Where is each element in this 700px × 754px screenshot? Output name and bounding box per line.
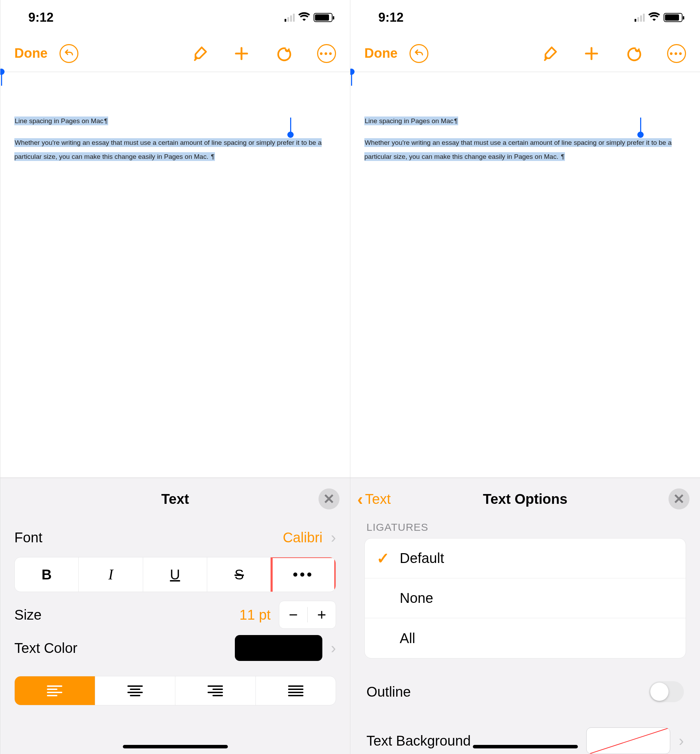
- ligature-option-none[interactable]: None: [365, 578, 686, 618]
- chevron-left-icon: ‹: [357, 490, 363, 509]
- status-icons: [284, 11, 333, 23]
- selection-start-stem: [1, 72, 2, 86]
- chevron-right-icon: ›: [331, 529, 336, 546]
- selection-start-stem: [351, 72, 352, 86]
- status-time: 9:12: [28, 10, 53, 25]
- wifi-icon: [648, 11, 660, 23]
- align-right-button[interactable]: [175, 676, 256, 705]
- outline-row: Outline: [364, 673, 686, 711]
- add-button[interactable]: [233, 45, 250, 62]
- doc-body-text[interactable]: Whether you're writing an essay that mus…: [364, 138, 672, 161]
- document-canvas[interactable]: Line spacing in Pages on Mac¶ Whether yo…: [350, 72, 700, 478]
- font-row[interactable]: Font Calibri ›: [14, 520, 336, 555]
- size-value: 11 pt: [239, 607, 270, 623]
- close-panel-button[interactable]: ✕: [669, 489, 689, 509]
- bold-button[interactable]: B: [15, 557, 79, 592]
- undo-button[interactable]: [59, 44, 78, 63]
- more-menu-button[interactable]: •••: [317, 44, 336, 63]
- back-button[interactable]: ‹ Text: [357, 490, 391, 509]
- italic-button[interactable]: I: [79, 557, 143, 592]
- close-panel-button[interactable]: ✕: [319, 489, 339, 509]
- text-background-swatch[interactable]: [586, 727, 670, 754]
- text-color-row[interactable]: Text Color ›: [14, 631, 336, 665]
- text-options-panel: ‹ Text Text Options ✕ LIGATURES ✓ Defaul…: [350, 478, 700, 754]
- selection-start-handle[interactable]: [0, 69, 5, 75]
- screen-right: 9:12 Done: [350, 0, 700, 754]
- home-indicator[interactable]: [123, 745, 228, 748]
- align-center-button[interactable]: [95, 676, 176, 705]
- align-justify-button[interactable]: [256, 676, 336, 705]
- checkmark-icon: ✓: [377, 549, 389, 567]
- selection-end-stem: [290, 117, 291, 132]
- doc-title-text[interactable]: Line spacing in Pages on Mac: [14, 117, 104, 125]
- status-icons: [634, 11, 683, 23]
- doc-body-text[interactable]: Whether you're writing an essay that mus…: [14, 138, 322, 161]
- underline-button[interactable]: U: [143, 557, 207, 592]
- wifi-icon: [298, 11, 310, 23]
- home-indicator[interactable]: [473, 745, 578, 748]
- status-bar: 9:12: [0, 0, 350, 35]
- battery-icon: [664, 13, 683, 22]
- panel-header: Text ✕: [0, 478, 350, 520]
- app-toolbar: Done •••: [0, 35, 350, 72]
- text-color-swatch[interactable]: [235, 635, 322, 661]
- selection-end-stem: [640, 117, 641, 132]
- size-increase-button[interactable]: +: [308, 606, 336, 623]
- text-background-row[interactable]: Text Background ›: [364, 721, 686, 754]
- selection-end-handle[interactable]: [638, 131, 644, 138]
- font-label: Font: [14, 530, 42, 545]
- battery-icon: [314, 13, 333, 22]
- font-style-segmented: B I U S •••: [14, 557, 336, 592]
- format-brush-button[interactable]: [191, 45, 209, 62]
- format-brush-button[interactable]: [541, 45, 559, 62]
- panel-title: Text Options: [483, 491, 567, 507]
- text-color-label: Text Color: [14, 640, 77, 656]
- panel-title: Text: [161, 491, 189, 507]
- collaborate-button[interactable]: [274, 44, 292, 62]
- ligatures-section-label: LIGATURES: [366, 521, 686, 533]
- size-decrease-button[interactable]: −: [279, 606, 307, 623]
- strikethrough-button[interactable]: S: [207, 557, 271, 592]
- text-background-label: Text Background: [366, 733, 471, 749]
- status-bar: 9:12: [350, 0, 700, 35]
- size-row: Size 11 pt − +: [14, 599, 336, 631]
- screen-left: 9:12 Done: [0, 0, 350, 754]
- outline-label: Outline: [366, 684, 411, 700]
- alignment-segmented: [14, 676, 336, 706]
- ligatures-list: ✓ Default None All: [364, 538, 686, 659]
- back-label: Text: [365, 491, 391, 507]
- chevron-right-icon: ›: [679, 732, 684, 749]
- status-time: 9:12: [378, 10, 403, 25]
- ligature-option-default[interactable]: ✓ Default: [365, 539, 686, 578]
- cellular-icon: [284, 13, 295, 22]
- done-button[interactable]: Done: [14, 46, 48, 61]
- more-menu-button[interactable]: •••: [667, 44, 686, 63]
- doc-title-text[interactable]: Line spacing in Pages on Mac: [364, 117, 454, 125]
- ligature-option-all[interactable]: All: [365, 618, 686, 658]
- more-text-options-button[interactable]: •••: [272, 557, 336, 592]
- done-button[interactable]: Done: [364, 46, 398, 61]
- chevron-right-icon: ›: [331, 639, 336, 657]
- app-toolbar: Done •••: [350, 35, 700, 72]
- undo-button[interactable]: [409, 44, 428, 63]
- outline-toggle[interactable]: [649, 681, 684, 702]
- add-button[interactable]: [583, 45, 600, 62]
- selection-end-handle[interactable]: [288, 131, 294, 138]
- align-left-button[interactable]: [15, 676, 95, 705]
- text-format-panel: Text ✕ Font Calibri › B I U S ••• Size: [0, 478, 350, 754]
- cellular-icon: [634, 13, 645, 22]
- panel-header: ‹ Text Text Options ✕: [350, 478, 700, 520]
- document-canvas[interactable]: Line spacing in Pages on Mac¶ Whether yo…: [0, 72, 350, 478]
- selection-start-handle[interactable]: [350, 69, 355, 75]
- size-label: Size: [14, 607, 42, 623]
- collaborate-button[interactable]: [624, 44, 642, 62]
- size-stepper: − +: [279, 601, 336, 629]
- font-value: Calibri: [283, 530, 322, 545]
